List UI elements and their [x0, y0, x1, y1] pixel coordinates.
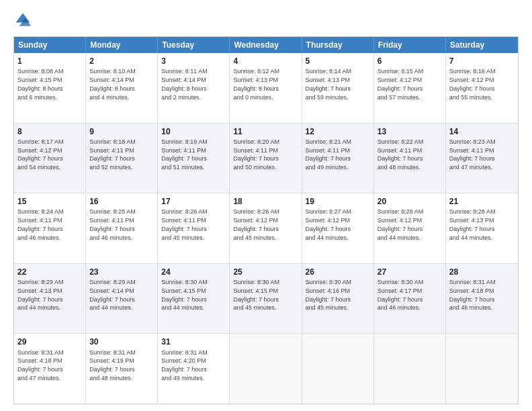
day-number: 22 [17, 267, 82, 277]
day-number: 19 [306, 196, 370, 207]
day-number: 24 [161, 267, 226, 277]
day-info: Sunrise: 8:31 AMSunset: 4:19 PMDaylight:… [89, 349, 136, 381]
day-number: 31 [161, 336, 226, 347]
header-day-thursday: Thursday [302, 37, 374, 53]
day-number: 1 [17, 56, 82, 66]
day-info: Sunrise: 8:29 AMSunset: 4:14 PMDaylight:… [89, 279, 136, 311]
day-info: Sunrise: 8:14 AMSunset: 4:13 PMDaylight:… [306, 68, 352, 100]
day-info: Sunrise: 8:31 AMSunset: 4:20 PMDaylight:… [161, 349, 208, 381]
day-info: Sunrise: 8:11 AMSunset: 4:14 PMDaylight:… [161, 68, 208, 100]
day-info: Sunrise: 8:17 AMSunset: 4:12 PMDaylight:… [17, 138, 64, 171]
calendar-day-1: 1Sunrise: 8:08 AMSunset: 4:15 PMDaylight… [14, 53, 86, 123]
calendar-empty-cell [230, 334, 302, 404]
day-number: 5 [306, 56, 370, 66]
day-info: Sunrise: 8:30 AMSunset: 4:16 PMDaylight:… [306, 279, 352, 311]
day-info: Sunrise: 8:28 AMSunset: 4:13 PMDaylight:… [449, 208, 496, 240]
calendar-day-13: 13Sunrise: 8:22 AMSunset: 4:11 PMDayligh… [374, 124, 446, 193]
calendar-day-10: 10Sunrise: 8:19 AMSunset: 4:11 PMDayligh… [158, 124, 230, 193]
page: SundayMondayTuesdayWednesdayThursdayFrid… [0, 0, 532, 411]
calendar-day-2: 2Sunrise: 8:10 AMSunset: 4:14 PMDaylight… [86, 53, 158, 123]
calendar-empty-cell [374, 334, 446, 404]
calendar-day-28: 28Sunrise: 8:31 AMSunset: 4:18 PMDayligh… [446, 264, 518, 334]
day-number: 9 [89, 126, 154, 137]
calendar-day-16: 16Sunrise: 8:25 AMSunset: 4:11 PMDayligh… [86, 193, 158, 263]
day-number: 23 [89, 267, 154, 277]
calendar-week-5: 29Sunrise: 8:31 AMSunset: 4:18 PMDayligh… [14, 333, 518, 404]
calendar-empty-cell [302, 334, 374, 404]
day-info: Sunrise: 8:28 AMSunset: 4:12 PMDaylight:… [378, 208, 424, 240]
day-info: Sunrise: 8:23 AMSunset: 4:11 PMDaylight:… [449, 138, 496, 171]
day-number: 16 [89, 196, 154, 207]
calendar-day-17: 17Sunrise: 8:26 AMSunset: 4:11 PMDayligh… [158, 193, 230, 263]
day-number: 20 [378, 196, 442, 207]
calendar-header: SundayMondayTuesdayWednesdayThursdayFrid… [14, 37, 518, 53]
day-number: 3 [161, 56, 226, 66]
calendar-week-1: 1Sunrise: 8:08 AMSunset: 4:15 PMDaylight… [14, 53, 518, 123]
day-info: Sunrise: 8:18 AMSunset: 4:11 PMDaylight:… [89, 138, 136, 171]
day-number: 7 [449, 56, 515, 66]
day-info: Sunrise: 8:10 AMSunset: 4:14 PMDaylight:… [89, 68, 136, 100]
calendar-day-5: 5Sunrise: 8:14 AMSunset: 4:13 PMDaylight… [302, 53, 374, 123]
day-number: 26 [306, 267, 370, 277]
day-number: 11 [233, 126, 298, 137]
day-info: Sunrise: 8:29 AMSunset: 4:13 PMDaylight:… [17, 279, 64, 311]
calendar-day-29: 29Sunrise: 8:31 AMSunset: 4:18 PMDayligh… [14, 334, 86, 404]
day-number: 13 [378, 126, 442, 137]
header-day-wednesday: Wednesday [230, 37, 302, 53]
day-info: Sunrise: 8:30 AMSunset: 4:15 PMDaylight:… [161, 279, 208, 311]
day-info: Sunrise: 8:16 AMSunset: 4:12 PMDaylight:… [449, 68, 496, 100]
day-number: 18 [233, 196, 298, 207]
calendar-day-31: 31Sunrise: 8:31 AMSunset: 4:20 PMDayligh… [158, 334, 230, 404]
calendar-day-18: 18Sunrise: 8:26 AMSunset: 4:12 PMDayligh… [230, 193, 302, 263]
day-number: 17 [161, 196, 226, 207]
day-info: Sunrise: 8:12 AMSunset: 4:13 PMDaylight:… [233, 68, 279, 100]
calendar-empty-cell [446, 334, 518, 404]
header-day-tuesday: Tuesday [158, 37, 230, 53]
calendar-day-23: 23Sunrise: 8:29 AMSunset: 4:14 PMDayligh… [86, 264, 158, 334]
day-number: 12 [306, 126, 370, 137]
header-day-saturday: Saturday [446, 37, 518, 53]
calendar-day-14: 14Sunrise: 8:23 AMSunset: 4:11 PMDayligh… [446, 124, 518, 193]
day-number: 10 [161, 126, 226, 137]
day-info: Sunrise: 8:24 AMSunset: 4:11 PMDaylight:… [17, 208, 64, 240]
calendar-day-27: 27Sunrise: 8:30 AMSunset: 4:17 PMDayligh… [374, 264, 446, 334]
day-info: Sunrise: 8:30 AMSunset: 4:15 PMDaylight:… [233, 279, 279, 311]
calendar-day-6: 6Sunrise: 8:15 AMSunset: 4:12 PMDaylight… [374, 53, 446, 123]
day-info: Sunrise: 8:21 AMSunset: 4:11 PMDaylight:… [306, 138, 352, 171]
day-number: 25 [233, 267, 298, 277]
day-number: 29 [17, 336, 82, 347]
day-number: 27 [378, 267, 442, 277]
calendar-body: 1Sunrise: 8:08 AMSunset: 4:15 PMDaylight… [14, 53, 518, 404]
day-info: Sunrise: 8:30 AMSunset: 4:17 PMDaylight:… [378, 279, 424, 311]
header-day-friday: Friday [374, 37, 446, 53]
day-info: Sunrise: 8:08 AMSunset: 4:15 PMDaylight:… [17, 68, 64, 100]
calendar-day-21: 21Sunrise: 8:28 AMSunset: 4:13 PMDayligh… [446, 193, 518, 263]
calendar-week-4: 22Sunrise: 8:29 AMSunset: 4:13 PMDayligh… [14, 263, 518, 334]
day-number: 8 [17, 126, 82, 137]
calendar-day-15: 15Sunrise: 8:24 AMSunset: 4:11 PMDayligh… [14, 193, 86, 263]
calendar-day-3: 3Sunrise: 8:11 AMSunset: 4:14 PMDaylight… [158, 53, 230, 123]
calendar-day-20: 20Sunrise: 8:28 AMSunset: 4:12 PMDayligh… [374, 193, 446, 263]
day-number: 4 [233, 56, 298, 66]
calendar-day-12: 12Sunrise: 8:21 AMSunset: 4:11 PMDayligh… [302, 124, 374, 193]
day-info: Sunrise: 8:15 AMSunset: 4:12 PMDaylight:… [378, 68, 424, 100]
day-number: 28 [449, 267, 515, 277]
day-info: Sunrise: 8:19 AMSunset: 4:11 PMDaylight:… [161, 138, 208, 171]
calendar-day-7: 7Sunrise: 8:16 AMSunset: 4:12 PMDaylight… [446, 53, 518, 123]
calendar-day-25: 25Sunrise: 8:30 AMSunset: 4:15 PMDayligh… [230, 264, 302, 334]
day-info: Sunrise: 8:25 AMSunset: 4:11 PMDaylight:… [89, 208, 136, 240]
calendar: SundayMondayTuesdayWednesdayThursdayFrid… [13, 36, 519, 404]
day-info: Sunrise: 8:20 AMSunset: 4:11 PMDaylight:… [233, 138, 279, 171]
calendar-day-22: 22Sunrise: 8:29 AMSunset: 4:13 PMDayligh… [14, 264, 86, 334]
day-number: 15 [17, 196, 82, 207]
calendar-day-24: 24Sunrise: 8:30 AMSunset: 4:15 PMDayligh… [158, 264, 230, 334]
day-number: 21 [449, 196, 515, 207]
day-info: Sunrise: 8:27 AMSunset: 4:12 PMDaylight:… [306, 208, 352, 240]
calendar-day-19: 19Sunrise: 8:27 AMSunset: 4:12 PMDayligh… [302, 193, 374, 263]
day-info: Sunrise: 8:22 AMSunset: 4:11 PMDaylight:… [378, 138, 424, 171]
day-info: Sunrise: 8:26 AMSunset: 4:11 PMDaylight:… [161, 208, 208, 240]
calendar-day-9: 9Sunrise: 8:18 AMSunset: 4:11 PMDaylight… [86, 124, 158, 193]
day-info: Sunrise: 8:31 AMSunset: 4:18 PMDaylight:… [449, 279, 496, 311]
day-number: 2 [89, 56, 154, 66]
header-day-sunday: Sunday [14, 37, 86, 53]
